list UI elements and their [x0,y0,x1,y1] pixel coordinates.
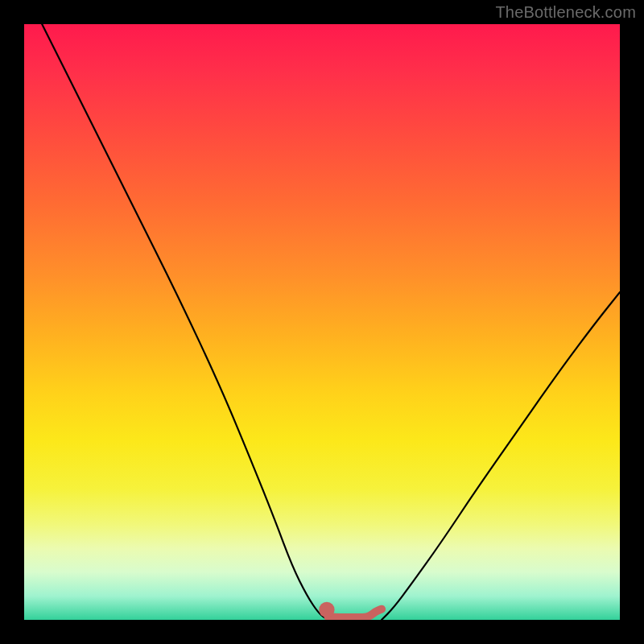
curve-left [42,24,328,620]
marker-left-dot [319,602,334,617]
chart-frame: TheBottleneck.com [0,0,644,644]
plot-area [24,24,620,620]
watermark-text: TheBottleneck.com [495,3,636,22]
curve-right [382,292,620,620]
curve-bottom-accent [328,609,382,617]
chart-svg [24,24,620,620]
